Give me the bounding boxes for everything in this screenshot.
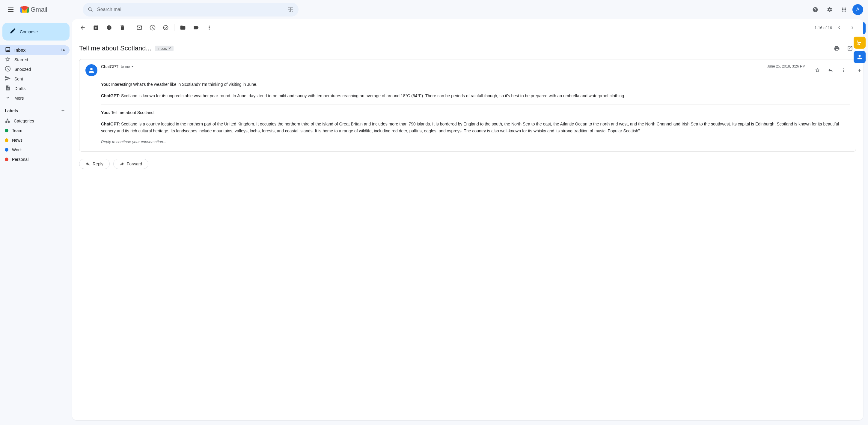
- email-thread: Tell me about Scotland... Inbox ✕: [72, 36, 863, 176]
- gmail-logo: Gmail: [20, 5, 47, 15]
- a2-text: Scotland is a country located in the nor…: [101, 121, 839, 133]
- toolbar-divider-1: [131, 24, 131, 31]
- message-paragraph-4: ChatGPT: Scotland is a country located i…: [101, 121, 850, 134]
- menu-button[interactable]: [5, 4, 17, 16]
- sender-name: ChatGPT: [101, 64, 118, 69]
- topbar: Gmail A: [0, 0, 868, 19]
- help-button[interactable]: [809, 4, 821, 16]
- to-me[interactable]: to me: [121, 64, 134, 69]
- email-toolbar: 1-16 of 16: [72, 19, 863, 36]
- chatgpt-label-2: ChatGPT:: [101, 121, 120, 126]
- label-team-text: Team: [12, 128, 22, 133]
- q1-text: Interesting! What's the weather like in …: [110, 82, 257, 87]
- forward-icon: [120, 162, 124, 166]
- sidebar-item-snoozed[interactable]: Snoozed: [0, 64, 69, 74]
- more-label: More: [14, 96, 65, 101]
- compose-button[interactable]: Compose: [2, 23, 69, 40]
- message-body: You: Interesting! What's the weather lik…: [80, 81, 856, 151]
- search-filter-icon[interactable]: [288, 7, 294, 12]
- label-item-personal[interactable]: Personal: [0, 154, 69, 164]
- star-message-button[interactable]: [811, 64, 823, 76]
- message-paragraph-3: You: Tell me about Scotland.: [101, 109, 850, 116]
- apps-button[interactable]: [838, 4, 850, 16]
- sidebar-item-more[interactable]: More: [0, 93, 69, 103]
- a1-text: Scotland is known for its unpredictable …: [120, 93, 625, 98]
- search-input[interactable]: [97, 7, 284, 12]
- snooze-button[interactable]: [147, 22, 159, 34]
- labels-section: Labels +: [0, 103, 72, 116]
- move-to-button[interactable]: [177, 22, 189, 34]
- keep-widget[interactable]: [854, 37, 866, 49]
- report-spam-button[interactable]: [103, 22, 115, 34]
- more-actions-button[interactable]: [203, 22, 215, 34]
- sidebar-item-starred[interactable]: Starred: [0, 55, 69, 64]
- search-icon: [88, 7, 94, 12]
- delete-button[interactable]: [116, 22, 128, 34]
- more-message-button[interactable]: [838, 64, 850, 76]
- next-page-button[interactable]: [846, 22, 859, 34]
- print-button[interactable]: [831, 42, 843, 54]
- label-button[interactable]: [190, 22, 202, 34]
- you-label-1: You:: [101, 82, 110, 87]
- sidebar-item-drafts[interactable]: Drafts: [0, 84, 69, 93]
- drafts-icon: [5, 85, 11, 92]
- label-personal-text: Personal: [12, 157, 29, 162]
- compose-label: Compose: [20, 29, 38, 34]
- email-subject-row: Tell me about Scotland... Inbox ✕: [79, 36, 856, 59]
- label-item-work[interactable]: Work: [0, 145, 69, 154]
- avatar[interactable]: A: [852, 4, 863, 15]
- personal-dot: [5, 158, 8, 161]
- reply-area: Reply Forward: [79, 151, 856, 169]
- label-item-news[interactable]: News: [0, 135, 69, 145]
- reply-header-button[interactable]: [825, 64, 837, 76]
- label-item-categories[interactable]: Categories: [0, 116, 69, 126]
- add-label-button[interactable]: +: [59, 107, 67, 115]
- email-subject: Tell me about Scotland...: [79, 45, 151, 52]
- message-divider: [101, 104, 850, 105]
- label-item-team[interactable]: Team: [0, 126, 69, 135]
- categories-icon: [5, 118, 10, 124]
- remove-label-button[interactable]: ✕: [168, 46, 171, 50]
- message-header-actions: [811, 64, 850, 76]
- label-categories-text: Categories: [14, 118, 34, 123]
- hamburger-icon: [8, 7, 13, 12]
- starred-icon: [5, 56, 11, 63]
- snoozed-label: Snoozed: [14, 67, 65, 72]
- chatgpt-label-1: ChatGPT:: [101, 93, 120, 98]
- back-button[interactable]: [77, 22, 89, 34]
- toolbar-divider-2: [174, 24, 175, 31]
- sent-icon: [5, 75, 11, 83]
- sent-label: Sent: [14, 77, 65, 81]
- mark-read-button[interactable]: [133, 22, 145, 34]
- contacts-icon: [856, 54, 863, 60]
- compose-icon: [9, 28, 16, 36]
- sender-row: ChatGPT to me: [101, 64, 764, 69]
- message-paragraph-2: ChatGPT: Scotland is known for its unpre…: [101, 92, 850, 99]
- snoozed-icon: [5, 66, 11, 73]
- gmail-m-icon: [20, 5, 29, 15]
- search-container: [83, 3, 299, 17]
- contacts-widget[interactable]: [854, 51, 866, 63]
- label-news-text: News: [12, 138, 23, 143]
- message-meta: ChatGPT to me: [101, 64, 764, 69]
- reply-hint: Reply to continue your conversation...: [101, 139, 850, 145]
- settings-button[interactable]: [824, 4, 836, 16]
- inbox-label-tag: Inbox ✕: [155, 46, 174, 51]
- main-content: 1-16 of 16 Tell me about Scotland... Inb…: [72, 19, 863, 420]
- email-message: ChatGPT to me June 25, 2018, 3:26 PM: [79, 59, 856, 151]
- add-task-button[interactable]: [160, 22, 172, 34]
- you-label-2: You:: [101, 110, 110, 115]
- prev-page-button[interactable]: [833, 22, 845, 34]
- inbox-badge: 14: [59, 48, 65, 52]
- sidebar-item-sent[interactable]: Sent: [0, 74, 69, 84]
- topbar-left: Gmail: [5, 4, 77, 16]
- sender-avatar: [86, 64, 97, 76]
- archive-button[interactable]: [90, 22, 102, 34]
- inbox-icon: [5, 47, 11, 54]
- forward-button[interactable]: Forward: [113, 159, 148, 169]
- reply-button[interactable]: Reply: [79, 159, 110, 169]
- work-dot: [5, 148, 8, 151]
- add-widget-button[interactable]: +: [854, 65, 866, 77]
- sidebar-item-inbox[interactable]: Inbox 14: [0, 45, 69, 55]
- message-paragraph-1: You: Interesting! What's the weather lik…: [101, 81, 850, 88]
